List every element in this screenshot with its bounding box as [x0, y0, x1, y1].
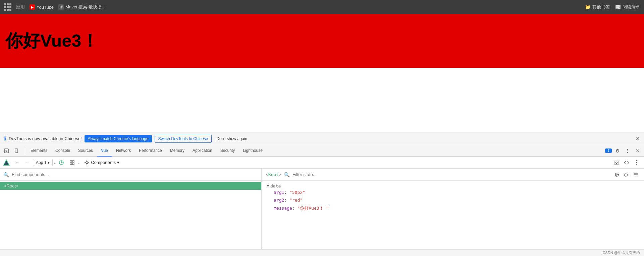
data-key-arg2: arg2 [274, 198, 284, 203]
tab-separator [25, 147, 25, 154]
state-inspector-toolbar [612, 170, 640, 179]
data-row-arg2: arg2: "red" [267, 196, 639, 204]
tab-performance[interactable]: Performance [135, 145, 166, 157]
svg-point-19 [616, 174, 618, 175]
filter-icon: 🔍 [284, 172, 290, 177]
info-icon: ℹ [4, 136, 6, 142]
data-panel: ▼ data arg1: "50px" arg2: "red" message:… [262, 181, 644, 249]
grid-icon [69, 160, 75, 165]
tab-lighthouse[interactable]: Lighthouse [239, 145, 267, 157]
component-tree: <Root> [0, 181, 261, 249]
inspect-element-button[interactable] [2, 146, 11, 155]
maven-label: Maven搜索-最快捷... [65, 4, 105, 10]
components-chevron: ▾ [117, 160, 119, 165]
components-dropdown-button[interactable]: Components ▾ [81, 159, 123, 166]
cursor-icon [4, 148, 9, 153]
triangle-icon: ▼ [267, 184, 269, 188]
dont-show-again-button[interactable]: Don't show again [214, 135, 249, 142]
other-bookmarks[interactable]: 📁 其他书签 [585, 4, 610, 10]
svg-rect-16 [614, 161, 619, 164]
state-filter-input[interactable] [292, 172, 349, 177]
svg-point-1 [6, 150, 7, 152]
svg-point-11 [86, 162, 88, 164]
colon-3: : [292, 206, 298, 211]
data-key-arg1: arg1 [274, 190, 284, 195]
browser-bar-right: 📁 其他书签 📰 阅读清单 [585, 4, 640, 10]
vue-toolbar-right: ⋮ [612, 158, 641, 167]
svg-rect-8 [72, 161, 74, 162]
tab-more-area: 1 ⚙ ⋮ ✕ [605, 146, 642, 155]
svg-rect-9 [70, 163, 72, 165]
tab-memory[interactable]: Memory [166, 145, 189, 157]
vue-logo-icon [3, 159, 10, 166]
data-key-message: message [274, 206, 292, 211]
root-name: Root [268, 172, 279, 177]
reading-list-label: 阅读清单 [623, 4, 640, 10]
app-name-label: App 1 [36, 160, 46, 165]
device-toolbar-button[interactable] [12, 146, 21, 155]
data-row-message: message: "你好Vue3！ " [267, 204, 639, 212]
vue-toolbar: ← → App 1 ▾ › › [0, 157, 644, 169]
svg-rect-7 [70, 161, 72, 162]
target-icon [614, 172, 619, 177]
vue-grid-button[interactable] [67, 158, 77, 167]
tab-security[interactable]: Security [216, 145, 239, 157]
bookmarks-bar: 应用 ▶ YouTube 源 Maven搜索-最快捷... [4, 3, 580, 11]
tab-console[interactable]: Console [51, 145, 74, 157]
breadcrumb-separator: › [54, 160, 55, 165]
reading-list[interactable]: 📰 阅读清单 [615, 4, 640, 10]
vue-refresh-button[interactable] [57, 158, 66, 167]
vue-code-button[interactable] [622, 158, 631, 167]
svg-rect-0 [4, 149, 8, 153]
devtools-panel: ℹ DevTools is now available in Chinese! … [0, 132, 644, 256]
vue-screenshot-button[interactable] [612, 158, 621, 167]
tree-item-root[interactable]: <Root> [0, 182, 261, 190]
apps-grid-icon[interactable] [4, 3, 11, 11]
always-match-language-button[interactable]: Always match Chrome's language [85, 135, 152, 142]
close-notification-button[interactable]: ✕ [636, 136, 640, 141]
browser-bar: 应用 ▶ YouTube 源 Maven搜索-最快捷... 📁 其他书签 📰 阅… [0, 0, 644, 14]
edit-icon [624, 172, 629, 177]
component-search-bar: 🔍 [0, 169, 261, 181]
tree-item-label: <Root> [4, 183, 18, 188]
banner-text: 你好Vue3！ [5, 29, 99, 53]
component-search-input[interactable] [12, 172, 258, 177]
scroll-to-component-button[interactable] [612, 170, 621, 179]
tab-icons-group [2, 146, 21, 155]
code-icon [624, 160, 629, 165]
devtools-close-button[interactable]: ✕ [633, 146, 642, 155]
maven-favicon: 源 [58, 4, 64, 10]
refresh-icon [59, 160, 64, 165]
app-selector[interactable]: App 1 ▾ [33, 159, 53, 166]
root-gt: > [279, 172, 281, 177]
expand-icon [633, 172, 638, 177]
open-in-editor-button[interactable] [622, 170, 631, 179]
footer-text: CSDN @生命是有光的 [603, 250, 640, 255]
root-tag-display: <Root> [266, 172, 281, 177]
state-inspector-panel: <Root> 🔍 [262, 169, 644, 249]
data-value-arg1: "50px" [289, 190, 305, 195]
devtools-notification: ℹ DevTools is now available in Chinese! … [0, 132, 644, 145]
bookmark-youtube[interactable]: ▶ YouTube [30, 4, 54, 10]
tab-network[interactable]: Network [112, 145, 135, 157]
vue-forward-button[interactable]: → [23, 158, 32, 167]
tab-vue[interactable]: Vue [97, 145, 112, 157]
page-content: 你好Vue3！ [0, 14, 644, 132]
components-label: Components [91, 160, 116, 165]
colon-1: : [284, 190, 289, 195]
devtools-more-button[interactable]: ⋮ [623, 146, 632, 155]
tab-elements[interactable]: Elements [26, 145, 51, 157]
tab-sources[interactable]: Sources [74, 145, 97, 157]
vue-back-button[interactable]: ← [13, 158, 21, 167]
youtube-label: YouTube [37, 5, 54, 10]
tab-application[interactable]: Application [189, 145, 216, 157]
devtools-tab-bar: Elements Console Sources Vue Network Per… [0, 145, 644, 157]
bookmark-maven[interactable]: 源 Maven搜索-最快捷... [58, 4, 105, 10]
components-icon [84, 160, 90, 165]
vue-more-button[interactable]: ⋮ [632, 158, 641, 167]
expand-all-button[interactable] [631, 170, 640, 179]
data-value-arg2: "red" [289, 198, 303, 203]
switch-to-chinese-button[interactable]: Switch DevTools to Chinese [155, 135, 212, 143]
data-section-toggle[interactable]: ▼ data [267, 183, 639, 188]
devtools-settings-button[interactable]: ⚙ [613, 146, 622, 155]
